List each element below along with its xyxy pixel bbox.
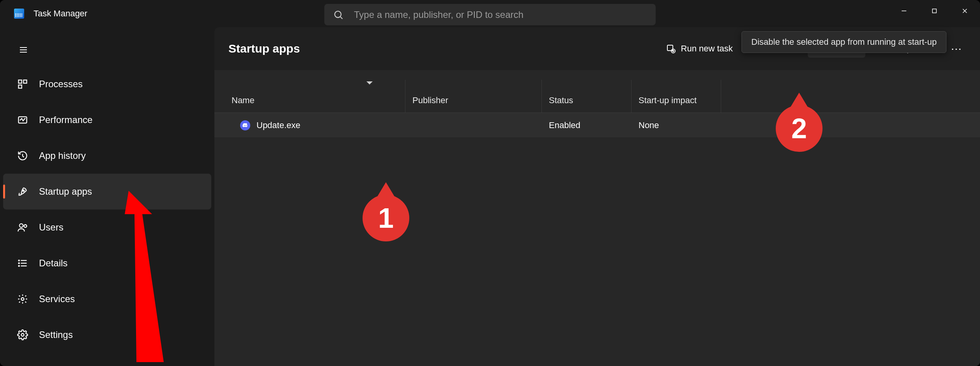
search-icon bbox=[333, 9, 344, 20]
page-title: Startup apps bbox=[228, 42, 653, 55]
hamburger-button[interactable] bbox=[14, 40, 33, 59]
sidebar-item-label: Details bbox=[39, 258, 67, 269]
sidebar-item-label: Services bbox=[39, 294, 75, 304]
discord-icon bbox=[240, 120, 250, 130]
titlebar-left: Task Manager bbox=[0, 9, 214, 19]
sidebar-item-label: Settings bbox=[39, 329, 73, 340]
sidebar-item-startup-apps[interactable]: Startup apps bbox=[3, 174, 211, 209]
svg-marker-36 bbox=[125, 191, 164, 362]
action-label: Run new task bbox=[681, 44, 733, 54]
close-button[interactable] bbox=[950, 0, 980, 21]
gear-icon bbox=[17, 294, 28, 304]
svg-point-17 bbox=[24, 225, 27, 227]
table-empty-area bbox=[214, 138, 980, 366]
history-icon bbox=[17, 150, 28, 161]
users-icon bbox=[17, 222, 28, 233]
svg-rect-11 bbox=[19, 85, 22, 88]
svg-point-25 bbox=[21, 334, 24, 336]
svg-rect-10 bbox=[23, 80, 27, 83]
startup-apps-table: Name Publisher Status Start-up impact bbox=[214, 70, 980, 366]
sidebar-item-performance[interactable]: Performance bbox=[3, 102, 211, 138]
rocket-icon bbox=[17, 186, 28, 197]
svg-line-14 bbox=[23, 156, 24, 157]
table-row[interactable]: Update.exe Enabled None bbox=[214, 113, 980, 138]
maximize-button[interactable] bbox=[919, 0, 950, 21]
disable-tooltip: Disable the selected app from running at… bbox=[741, 31, 946, 53]
titlebar: Task Manager bbox=[0, 0, 980, 27]
sidebar-item-label: Startup apps bbox=[39, 186, 92, 197]
main-panel: Startup apps Run new task Enable bbox=[214, 27, 980, 366]
annotation-badge-1: 1 bbox=[363, 195, 409, 241]
minimize-button[interactable] bbox=[889, 0, 919, 21]
sidebar: Processes Performance App history bbox=[0, 27, 214, 366]
sidebar-item-label: App history bbox=[39, 150, 86, 161]
more-button[interactable]: ⋯ bbox=[948, 40, 966, 58]
grid-icon bbox=[17, 79, 28, 90]
svg-point-24 bbox=[21, 298, 24, 301]
app-icon bbox=[14, 9, 24, 19]
search-bar[interactable] bbox=[324, 4, 656, 25]
nav-list: Processes Performance App history bbox=[0, 66, 214, 353]
sidebar-item-details[interactable]: Details bbox=[3, 245, 211, 281]
sidebar-item-label: Performance bbox=[39, 114, 92, 125]
sidebar-item-app-history[interactable]: App history bbox=[3, 138, 211, 174]
activity-icon bbox=[17, 114, 28, 125]
settings-icon bbox=[17, 329, 28, 340]
annotation-badge-2: 2 bbox=[776, 105, 823, 152]
sidebar-item-label: Processes bbox=[39, 79, 83, 90]
svg-point-15 bbox=[23, 190, 25, 192]
col-header-status[interactable]: Status bbox=[542, 95, 632, 106]
svg-point-23 bbox=[19, 266, 19, 266]
svg-point-16 bbox=[19, 224, 23, 227]
run-task-icon bbox=[666, 44, 676, 53]
cell-impact: None bbox=[639, 120, 659, 130]
sidebar-item-processes[interactable]: Processes bbox=[3, 66, 211, 102]
sidebar-item-services[interactable]: Services bbox=[3, 281, 211, 317]
col-header-impact[interactable]: Start-up impact bbox=[632, 95, 721, 106]
search-input[interactable] bbox=[354, 9, 647, 20]
list-icon bbox=[17, 258, 28, 269]
sidebar-item-users[interactable]: Users bbox=[3, 209, 211, 245]
sidebar-item-settings[interactable]: Settings bbox=[3, 317, 211, 353]
col-header-publisher[interactable]: Publisher bbox=[405, 95, 542, 106]
annotation-arrow bbox=[121, 191, 172, 362]
cell-status: Enabled bbox=[549, 120, 580, 130]
svg-line-1 bbox=[340, 17, 342, 19]
app-title: Task Manager bbox=[34, 9, 87, 19]
col-header-name[interactable]: Name bbox=[214, 95, 405, 106]
svg-point-0 bbox=[335, 11, 341, 17]
svg-rect-3 bbox=[932, 9, 936, 13]
run-new-task-button[interactable]: Run new task bbox=[659, 40, 740, 58]
svg-rect-9 bbox=[19, 80, 22, 83]
cell-name: Update.exe bbox=[256, 120, 301, 130]
window-controls bbox=[889, 0, 980, 21]
svg-point-21 bbox=[19, 260, 19, 261]
table-header-row: Name Publisher Status Start-up impact bbox=[214, 70, 980, 113]
svg-point-22 bbox=[19, 263, 19, 264]
sidebar-item-label: Users bbox=[39, 222, 64, 233]
